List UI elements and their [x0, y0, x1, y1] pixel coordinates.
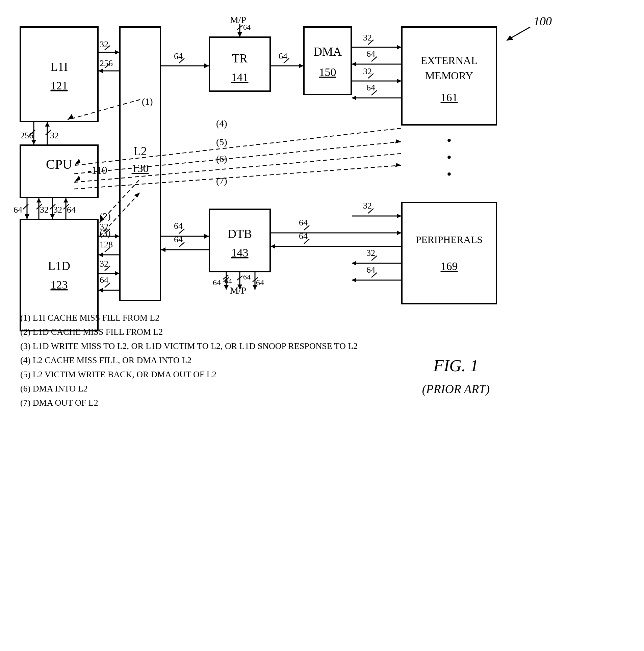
svg-text:FIG. 1: FIG. 1: [433, 356, 478, 375]
svg-text:64: 64: [174, 51, 183, 61]
svg-text:64: 64: [174, 235, 183, 244]
svg-text:64: 64: [243, 273, 251, 281]
svg-text:•: •: [447, 133, 452, 148]
svg-text:32: 32: [100, 259, 108, 269]
svg-text:64: 64: [213, 278, 221, 287]
svg-text:(PRIOR ART): (PRIOR ART): [422, 382, 490, 396]
svg-text:PERIPHERALS: PERIPHERALS: [416, 234, 483, 245]
svg-text:123: 123: [51, 278, 68, 291]
svg-text:(4): (4): [216, 118, 227, 129]
svg-text:DMA: DMA: [313, 45, 342, 58]
svg-text:EXTERNAL: EXTERNAL: [421, 54, 478, 66]
svg-text:-110: -110: [88, 164, 107, 176]
svg-rect-29: [402, 202, 496, 304]
svg-text:64: 64: [174, 221, 183, 231]
svg-text:32: 32: [363, 33, 372, 43]
svg-text:(5): (5): [216, 137, 227, 147]
svg-text:TR: TR: [232, 52, 248, 65]
svg-text:(3): (3): [100, 228, 111, 238]
svg-text:32: 32: [363, 201, 372, 211]
svg-text:100: 100: [534, 15, 552, 28]
svg-text:CPU: CPU: [46, 157, 72, 172]
svg-text:•: •: [447, 167, 452, 182]
svg-text:(2): (2): [100, 211, 111, 221]
svg-text:(3) L1D WRITE MISS TO L2, OR L: (3) L1D WRITE MISS TO L2, OR L1D VICTIM …: [20, 341, 358, 351]
svg-text:256: 256: [20, 131, 33, 140]
svg-text:(6) DMA INTO L2: (6) DMA INTO L2: [20, 384, 88, 394]
svg-text:32: 32: [366, 248, 375, 258]
svg-text:M/P: M/P: [230, 285, 246, 296]
svg-text:MEMORY: MEMORY: [425, 70, 473, 82]
svg-text:64: 64: [243, 23, 251, 31]
svg-text:64: 64: [100, 275, 108, 285]
svg-text:256: 256: [100, 58, 113, 68]
svg-rect-4: [20, 27, 98, 121]
svg-text:161: 161: [441, 91, 458, 104]
svg-text:169: 169: [441, 260, 458, 272]
diagram-container: 100 L1I 121 L2 130 TR 141 DMA 150 EXTERN…: [0, 0, 644, 651]
svg-text:64: 64: [279, 51, 287, 61]
svg-text:150: 150: [319, 66, 336, 78]
svg-text:32: 32: [50, 131, 59, 140]
svg-text:64: 64: [366, 83, 375, 92]
svg-text:DTB: DTB: [228, 227, 252, 241]
svg-text:L1I: L1I: [50, 60, 68, 74]
svg-text:L1D: L1D: [48, 259, 70, 273]
svg-text:32: 32: [363, 66, 372, 76]
svg-text:L2: L2: [133, 144, 147, 158]
svg-text:(2) L1D CACHE MISS FILL FROM L: (2) L1D CACHE MISS FILL FROM L2: [20, 327, 163, 337]
svg-text:•: •: [447, 150, 452, 165]
svg-text:143: 143: [231, 246, 249, 259]
svg-text:(7): (7): [216, 175, 227, 186]
svg-text:(1) L1I CACHE MISS FILL FROM L: (1) L1I CACHE MISS FILL FROM L2: [20, 313, 159, 323]
svg-text:64: 64: [366, 49, 375, 59]
svg-text:(7) DMA OUT OF L2: (7) DMA OUT OF L2: [20, 398, 98, 408]
svg-text:121: 121: [51, 79, 68, 92]
svg-text:(1): (1): [142, 96, 153, 107]
svg-text:64: 64: [299, 231, 308, 241]
svg-text:64: 64: [14, 205, 22, 215]
svg-text:64: 64: [299, 218, 308, 227]
svg-text:130: 130: [132, 162, 149, 174]
svg-text:141: 141: [231, 71, 249, 83]
svg-text:32: 32: [53, 205, 62, 215]
svg-text:(4) L2 CACHE MISS FILL, OR DMA: (4) L2 CACHE MISS FILL, OR DMA INTO L2: [20, 355, 191, 365]
svg-text:128: 128: [100, 240, 113, 249]
svg-rect-13: [304, 27, 351, 94]
svg-text:64: 64: [366, 265, 375, 275]
svg-text:64: 64: [256, 278, 264, 287]
svg-text:32: 32: [40, 205, 49, 215]
svg-text:(5) L2 VICTIM WRITE BACK, OR D: (5) L2 VICTIM WRITE BACK, OR DMA OUT OF …: [20, 370, 216, 379]
svg-text:32: 32: [100, 39, 108, 49]
svg-text:(6): (6): [216, 154, 227, 164]
svg-text:64: 64: [67, 205, 76, 215]
